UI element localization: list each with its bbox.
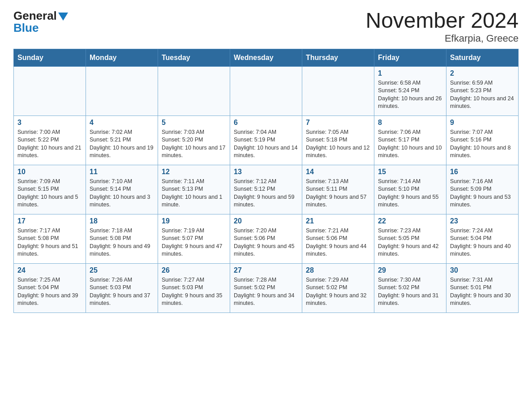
title-area: November 2024 Efkarpia, Greece	[365, 9, 519, 44]
cell-info: Sunrise: 7:26 AM Sunset: 5:03 PM Dayligh…	[90, 276, 154, 308]
cell-info: Sunrise: 6:58 AM Sunset: 5:24 PM Dayligh…	[378, 79, 442, 111]
calendar-cell: 5Sunrise: 7:03 AM Sunset: 5:20 PM Daylig…	[158, 116, 230, 165]
cell-day-number: 28	[306, 266, 370, 274]
calendar-cell: 29Sunrise: 7:30 AM Sunset: 5:02 PM Dayli…	[374, 263, 446, 313]
calendar-row: 24Sunrise: 7:25 AM Sunset: 5:04 PM Dayli…	[14, 263, 519, 313]
cell-day-number: 23	[450, 217, 515, 225]
logo-triangle-icon	[58, 13, 68, 21]
cell-day-number: 10	[17, 168, 82, 176]
cell-day-number: 8	[378, 119, 442, 127]
cell-day-number: 24	[17, 266, 82, 274]
calendar-cell: 12Sunrise: 7:11 AM Sunset: 5:13 PM Dayli…	[158, 165, 230, 214]
calendar-cell: 17Sunrise: 7:17 AM Sunset: 5:08 PM Dayli…	[14, 214, 86, 263]
cell-info: Sunrise: 7:11 AM Sunset: 5:13 PM Dayligh…	[162, 178, 226, 209]
calendar-cell: 10Sunrise: 7:09 AM Sunset: 5:15 PM Dayli…	[14, 165, 86, 214]
cell-day-number: 12	[162, 168, 226, 176]
calendar-cell: 20Sunrise: 7:20 AM Sunset: 5:06 PM Dayli…	[230, 214, 302, 263]
calendar-cell: 7Sunrise: 7:05 AM Sunset: 5:18 PM Daylig…	[302, 116, 374, 165]
cell-day-number: 17	[17, 217, 82, 225]
page-header: General Blue November 2024 Efkarpia, Gre…	[13, 9, 519, 44]
logo-blue: Blue	[13, 21, 39, 35]
cell-day-number: 9	[450, 119, 515, 127]
cell-info: Sunrise: 7:12 AM Sunset: 5:12 PM Dayligh…	[234, 178, 298, 209]
logo: General Blue	[13, 9, 68, 35]
cell-info: Sunrise: 7:02 AM Sunset: 5:21 PM Dayligh…	[90, 128, 154, 160]
cell-info: Sunrise: 7:29 AM Sunset: 5:02 PM Dayligh…	[306, 276, 370, 308]
header-friday: Friday	[374, 49, 446, 66]
page-title: November 2024	[365, 9, 519, 33]
cell-info: Sunrise: 7:30 AM Sunset: 5:02 PM Dayligh…	[378, 276, 442, 308]
calendar-cell	[302, 66, 374, 116]
cell-info: Sunrise: 7:19 AM Sunset: 5:07 PM Dayligh…	[162, 227, 226, 258]
calendar-body: 1Sunrise: 6:58 AM Sunset: 5:24 PM Daylig…	[14, 66, 519, 313]
calendar-cell	[86, 66, 158, 116]
cell-info: Sunrise: 7:25 AM Sunset: 5:04 PM Dayligh…	[17, 276, 82, 308]
cell-day-number: 3	[17, 119, 82, 127]
cell-day-number: 18	[90, 217, 154, 225]
cell-day-number: 20	[234, 217, 298, 225]
cell-info: Sunrise: 7:20 AM Sunset: 5:06 PM Dayligh…	[234, 227, 298, 258]
calendar-cell: 6Sunrise: 7:04 AM Sunset: 5:19 PM Daylig…	[230, 116, 302, 165]
calendar-cell: 16Sunrise: 7:16 AM Sunset: 5:09 PM Dayli…	[446, 165, 519, 214]
page-subtitle: Efkarpia, Greece	[365, 33, 519, 44]
cell-info: Sunrise: 7:18 AM Sunset: 5:08 PM Dayligh…	[90, 227, 154, 258]
calendar-cell: 26Sunrise: 7:27 AM Sunset: 5:03 PM Dayli…	[158, 263, 230, 313]
cell-day-number: 1	[378, 69, 442, 77]
cell-day-number: 4	[90, 119, 154, 127]
calendar-cell: 4Sunrise: 7:02 AM Sunset: 5:21 PM Daylig…	[86, 116, 158, 165]
calendar-row: 17Sunrise: 7:17 AM Sunset: 5:08 PM Dayli…	[14, 214, 519, 263]
calendar-cell: 21Sunrise: 7:21 AM Sunset: 5:06 PM Dayli…	[302, 214, 374, 263]
cell-info: Sunrise: 7:09 AM Sunset: 5:15 PM Dayligh…	[17, 178, 82, 209]
header-wednesday: Wednesday	[230, 49, 302, 66]
calendar-cell	[158, 66, 230, 116]
cell-info: Sunrise: 7:23 AM Sunset: 5:05 PM Dayligh…	[378, 227, 442, 258]
calendar-row: 1Sunrise: 6:58 AM Sunset: 5:24 PM Daylig…	[14, 66, 519, 116]
cell-info: Sunrise: 7:31 AM Sunset: 5:01 PM Dayligh…	[450, 276, 515, 308]
cell-info: Sunrise: 7:06 AM Sunset: 5:17 PM Dayligh…	[378, 128, 442, 160]
calendar-cell: 19Sunrise: 7:19 AM Sunset: 5:07 PM Dayli…	[158, 214, 230, 263]
cell-info: Sunrise: 7:05 AM Sunset: 5:18 PM Dayligh…	[306, 128, 370, 160]
cell-day-number: 26	[162, 266, 226, 274]
cell-day-number: 21	[306, 217, 370, 225]
cell-info: Sunrise: 7:14 AM Sunset: 5:10 PM Dayligh…	[378, 178, 442, 209]
cell-info: Sunrise: 7:10 AM Sunset: 5:14 PM Dayligh…	[90, 178, 154, 209]
cell-day-number: 14	[306, 168, 370, 176]
calendar-cell: 24Sunrise: 7:25 AM Sunset: 5:04 PM Dayli…	[14, 263, 86, 313]
calendar-cell: 2Sunrise: 6:59 AM Sunset: 5:23 PM Daylig…	[446, 66, 519, 116]
cell-info: Sunrise: 7:28 AM Sunset: 5:02 PM Dayligh…	[234, 276, 298, 308]
calendar-cell: 27Sunrise: 7:28 AM Sunset: 5:02 PM Dayli…	[230, 263, 302, 313]
cell-day-number: 22	[378, 217, 442, 225]
calendar-cell: 11Sunrise: 7:10 AM Sunset: 5:14 PM Dayli…	[86, 165, 158, 214]
cell-info: Sunrise: 7:17 AM Sunset: 5:08 PM Dayligh…	[17, 227, 82, 258]
calendar-row: 10Sunrise: 7:09 AM Sunset: 5:15 PM Dayli…	[14, 165, 519, 214]
cell-day-number: 19	[162, 217, 226, 225]
cell-info: Sunrise: 7:00 AM Sunset: 5:22 PM Dayligh…	[17, 128, 82, 160]
calendar-row: 3Sunrise: 7:00 AM Sunset: 5:22 PM Daylig…	[14, 116, 519, 165]
calendar-cell	[14, 66, 86, 116]
calendar-header: SundayMondayTuesdayWednesdayThursdayFrid…	[14, 49, 519, 66]
calendar-cell: 28Sunrise: 7:29 AM Sunset: 5:02 PM Dayli…	[302, 263, 374, 313]
header-tuesday: Tuesday	[158, 49, 230, 66]
svg-marker-0	[58, 13, 68, 21]
cell-day-number: 15	[378, 168, 442, 176]
header-row: SundayMondayTuesdayWednesdayThursdayFrid…	[14, 49, 519, 66]
cell-day-number: 16	[450, 168, 515, 176]
cell-info: Sunrise: 7:24 AM Sunset: 5:04 PM Dayligh…	[450, 227, 515, 258]
cell-day-number: 6	[234, 119, 298, 127]
cell-info: Sunrise: 7:13 AM Sunset: 5:11 PM Dayligh…	[306, 178, 370, 209]
calendar-cell: 30Sunrise: 7:31 AM Sunset: 5:01 PM Dayli…	[446, 263, 519, 313]
cell-day-number: 11	[90, 168, 154, 176]
calendar-cell: 1Sunrise: 6:58 AM Sunset: 5:24 PM Daylig…	[374, 66, 446, 116]
calendar-cell: 18Sunrise: 7:18 AM Sunset: 5:08 PM Dayli…	[86, 214, 158, 263]
calendar-cell: 15Sunrise: 7:14 AM Sunset: 5:10 PM Dayli…	[374, 165, 446, 214]
cell-info: Sunrise: 7:04 AM Sunset: 5:19 PM Dayligh…	[234, 128, 298, 160]
calendar-cell: 8Sunrise: 7:06 AM Sunset: 5:17 PM Daylig…	[374, 116, 446, 165]
calendar-cell: 22Sunrise: 7:23 AM Sunset: 5:05 PM Dayli…	[374, 214, 446, 263]
cell-day-number: 25	[90, 266, 154, 274]
cell-info: Sunrise: 7:27 AM Sunset: 5:03 PM Dayligh…	[162, 276, 226, 308]
header-monday: Monday	[86, 49, 158, 66]
cell-day-number: 7	[306, 119, 370, 127]
calendar-cell: 23Sunrise: 7:24 AM Sunset: 5:04 PM Dayli…	[446, 214, 519, 263]
header-saturday: Saturday	[446, 49, 519, 66]
calendar-cell: 3Sunrise: 7:00 AM Sunset: 5:22 PM Daylig…	[14, 116, 86, 165]
